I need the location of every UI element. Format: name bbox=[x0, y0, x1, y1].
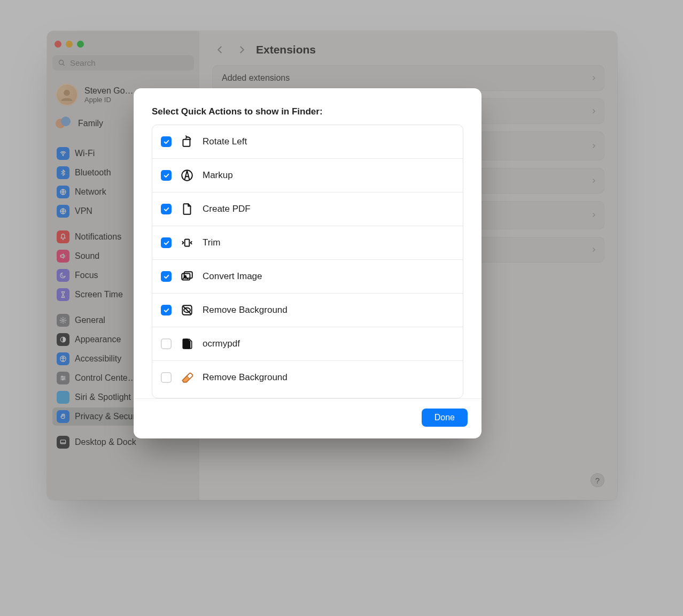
doc-icon bbox=[179, 201, 195, 217]
quick-action-label: Create PDF bbox=[203, 204, 251, 214]
quick-action-checkbox[interactable] bbox=[161, 204, 172, 214]
convert-icon bbox=[179, 268, 195, 284]
quick-action-row: Remove Background bbox=[152, 361, 463, 394]
markup-icon bbox=[179, 167, 195, 183]
modal-scroll[interactable]: Rotate LeftMarkupCreate PDFTrimConvert I… bbox=[152, 125, 463, 398]
quick-action-checkbox[interactable] bbox=[161, 136, 172, 147]
quick-action-checkbox[interactable] bbox=[161, 271, 172, 282]
quick-action-checkbox[interactable] bbox=[161, 372, 172, 383]
modal-title: Select Quick Actions to show in Finder: bbox=[134, 88, 482, 125]
quick-action-row: Trim bbox=[152, 226, 463, 260]
quick-actions-modal: Select Quick Actions to show in Finder: … bbox=[134, 88, 482, 438]
quick-action-label: Convert Image bbox=[203, 271, 262, 282]
quick-action-checkbox[interactable] bbox=[161, 170, 172, 181]
quick-action-row: Create PDF bbox=[152, 192, 463, 226]
quick-action-row: Markup bbox=[152, 159, 463, 192]
quick-action-checkbox[interactable] bbox=[161, 305, 172, 315]
quick-action-label: Remove Background bbox=[203, 372, 288, 383]
quick-action-checkbox[interactable] bbox=[161, 338, 172, 349]
removebg-icon bbox=[179, 302, 195, 318]
quick-action-label: Rotate Left bbox=[203, 136, 247, 147]
quick-action-row: Remove Background bbox=[152, 294, 463, 327]
rotate-icon bbox=[179, 134, 195, 150]
quick-action-row: ocrmypdf bbox=[152, 327, 463, 361]
quick-action-label: Remove Background bbox=[203, 305, 288, 315]
eraser-icon bbox=[179, 369, 195, 386]
quick-action-label: Markup bbox=[203, 170, 233, 181]
svg-rect-21 bbox=[185, 240, 190, 247]
trim-icon bbox=[179, 235, 195, 251]
quick-action-label: ocrmypdf bbox=[203, 338, 240, 349]
ocr-icon bbox=[179, 336, 195, 352]
quick-action-checkbox[interactable] bbox=[161, 237, 172, 248]
modal-list: Rotate LeftMarkupCreate PDFTrimConvert I… bbox=[152, 125, 463, 398]
quick-action-row: Rotate Left bbox=[152, 125, 463, 159]
done-button[interactable]: Done bbox=[422, 409, 468, 427]
quick-action-row: Convert Image bbox=[152, 260, 463, 294]
svg-rect-19 bbox=[183, 140, 190, 147]
quick-action-label: Trim bbox=[203, 237, 220, 248]
